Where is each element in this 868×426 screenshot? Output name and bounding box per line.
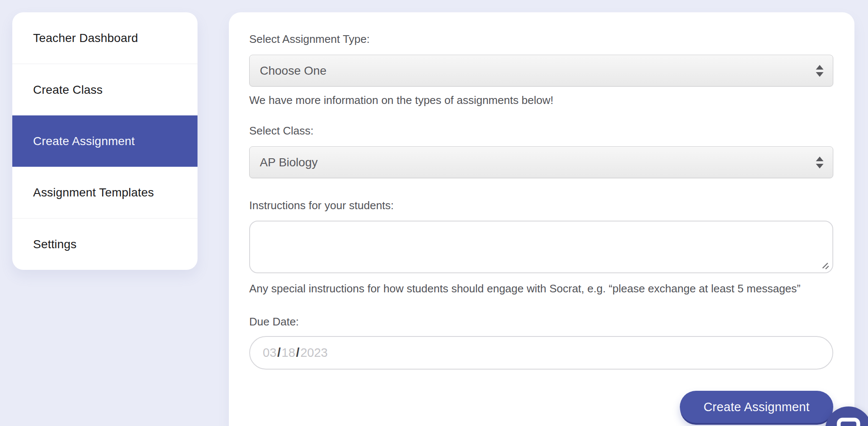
sidebar-item-label: Assignment Templates bbox=[33, 186, 154, 199]
sidebar-item-teacher-dashboard[interactable]: Teacher Dashboard bbox=[12, 12, 198, 64]
sidebar-item-create-class[interactable]: Create Class bbox=[12, 64, 198, 115]
instructions-helper-text: Any special instructions for how student… bbox=[249, 282, 833, 295]
sidebar-item-label: Settings bbox=[33, 238, 77, 251]
sidebar-nav: Teacher Dashboard Create Class Create As… bbox=[12, 12, 198, 270]
create-assignment-form: Select Assignment Type: Choose One We ha… bbox=[229, 12, 854, 423]
sidebar-item-label: Teacher Dashboard bbox=[33, 31, 138, 45]
due-date-placeholder-day: 18 bbox=[281, 346, 295, 360]
due-date-input[interactable]: 03 / 18 / 2023 bbox=[249, 336, 833, 370]
form-actions-row: Create Assignment bbox=[249, 391, 833, 423]
instructions-field-wrap bbox=[249, 221, 833, 273]
assignment-type-selected-value: Choose One bbox=[260, 64, 816, 78]
assignment-type-select[interactable]: Choose One bbox=[249, 55, 833, 87]
due-date-placeholder-slash: / bbox=[276, 346, 281, 360]
sidebar-item-label: Create Class bbox=[33, 83, 103, 97]
sidebar-item-create-assignment[interactable]: Create Assignment bbox=[12, 115, 198, 167]
instructions-textarea[interactable] bbox=[249, 221, 833, 273]
class-label: Select Class: bbox=[249, 124, 833, 137]
select-spinner-icon bbox=[816, 157, 823, 168]
assignment-type-helper-text: We have more information on the types of… bbox=[249, 93, 833, 107]
sidebar-item-settings[interactable]: Settings bbox=[12, 218, 198, 270]
assignment-type-label: Select Assignment Type: bbox=[249, 32, 833, 46]
chat-bubble-icon bbox=[835, 417, 862, 426]
select-spinner-icon bbox=[816, 65, 823, 77]
class-select[interactable]: AP Biology bbox=[249, 146, 833, 178]
due-date-label: Due Date: bbox=[249, 315, 833, 328]
class-selected-value: AP Biology bbox=[260, 156, 816, 169]
due-date-placeholder-month: 03 bbox=[263, 346, 276, 360]
sidebar-item-label: Create Assignment bbox=[33, 135, 135, 148]
instructions-label: Instructions for your students: bbox=[249, 199, 833, 212]
sidebar-item-assignment-templates[interactable]: Assignment Templates bbox=[12, 167, 198, 218]
due-date-placeholder-year: 2023 bbox=[300, 346, 328, 360]
due-date-placeholder-slash: / bbox=[295, 346, 300, 360]
create-assignment-panel: Select Assignment Type: Choose One We ha… bbox=[229, 12, 854, 426]
create-assignment-button[interactable]: Create Assignment bbox=[680, 391, 833, 423]
